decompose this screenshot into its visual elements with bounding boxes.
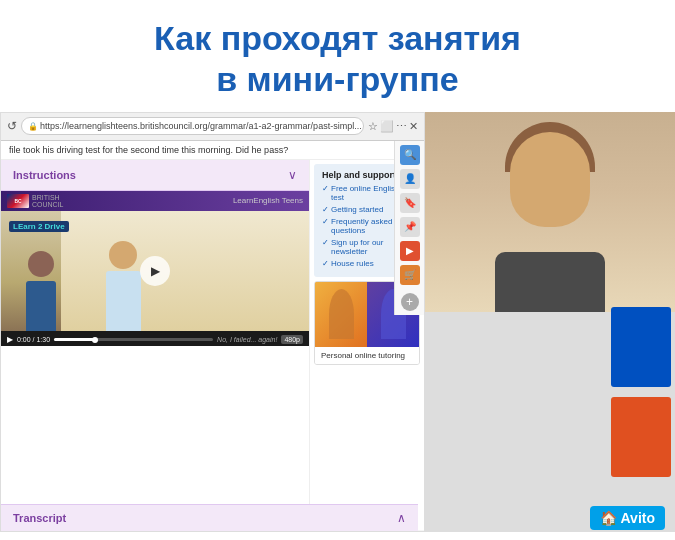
- shopping-side-icon[interactable]: 🛒: [400, 265, 420, 285]
- bookmark-side-icon[interactable]: 🔖: [400, 193, 420, 213]
- user-side-icon[interactable]: 👤: [400, 169, 420, 189]
- browser-chrome: ↺ 🔒 https://learnenglishteens.britishcou…: [1, 113, 424, 141]
- check-icon-3: ✓: [322, 217, 329, 226]
- page-main: Instructions ∨ BC BRITISHCOUNCIL LearnEn…: [1, 160, 424, 530]
- tutoring-img-left: [315, 282, 367, 347]
- video-quality[interactable]: 480p: [281, 335, 303, 344]
- refresh-button[interactable]: ↺: [7, 119, 17, 133]
- character-1: [21, 251, 61, 331]
- video-area: BC BRITISHCOUNCIL LearnEnglish Teens LEa…: [1, 191, 309, 346]
- video-header: BC BRITISHCOUNCIL LearnEnglish Teens: [1, 191, 309, 211]
- instructions-label: Instructions: [13, 169, 76, 181]
- browser-side-icons: 🔍 👤 🔖 📌 ▶ 🛒 +: [394, 141, 424, 315]
- participant-box-2: [611, 397, 671, 477]
- play-button[interactable]: ▶: [140, 256, 170, 286]
- video-progress-dot: [92, 337, 98, 343]
- character-2: [101, 241, 146, 331]
- bc-flag-icon: BC: [7, 194, 29, 208]
- tutoring-label: Personal online tutoring: [315, 347, 419, 364]
- bc-label: BRITISHCOUNCIL: [32, 194, 64, 208]
- pin-side-icon[interactable]: 📌: [400, 217, 420, 237]
- search-side-icon[interactable]: 🔍: [400, 145, 420, 165]
- webcam-face-area: [425, 112, 675, 312]
- add-extension-button[interactable]: +: [401, 293, 419, 311]
- video-controls: ▶ 0:00 / 1:30 No, I failed... again! 480…: [1, 331, 309, 346]
- char2-head: [109, 241, 137, 269]
- video-progress-fill: [54, 338, 94, 341]
- content-area: ↺ 🔒 https://learnenglishteens.britishcou…: [0, 112, 675, 532]
- video-subtitle: No, I failed... again!: [217, 336, 277, 343]
- person-silhouette-left: [329, 289, 354, 339]
- kitchen-background: [61, 211, 309, 331]
- avito-badge: 🏠 Avito: [590, 506, 665, 530]
- title-section: Как проходят занятия в мини-группе: [0, 0, 675, 112]
- lock-icon: 🔒: [28, 122, 38, 131]
- page-left: Instructions ∨ BC BRITISHCOUNCIL LearnEn…: [1, 160, 309, 530]
- browser-screenshot: ↺ 🔒 https://learnenglishteens.britishcou…: [0, 112, 425, 532]
- bookmark-icon[interactable]: ☆: [368, 120, 378, 133]
- instructions-bar[interactable]: Instructions ∨: [1, 160, 309, 191]
- person-body: [495, 252, 605, 312]
- transcript-label: Transcript: [13, 512, 66, 524]
- menu-icon[interactable]: ⋯: [396, 120, 407, 133]
- page-top-text: file took his driving test for the secon…: [1, 141, 424, 160]
- char2-body: [106, 271, 141, 331]
- person-face: [510, 132, 590, 227]
- address-bar[interactable]: 🔒 https://learnenglishteens.britishcounc…: [21, 117, 364, 135]
- video-progress-bar[interactable]: [54, 338, 213, 341]
- learn2drive-badge: LEarn 2 Drive: [9, 221, 69, 232]
- video-overlay-title: LEarn 2 Drive: [9, 215, 69, 233]
- check-icon-4: ✓: [322, 238, 329, 247]
- youtube-side-icon[interactable]: ▶: [400, 241, 420, 261]
- check-icon-1: ✓: [322, 184, 329, 193]
- transcript-bar[interactable]: Transcript ∧: [1, 504, 309, 530]
- british-council-logo: BC BRITISHCOUNCIL: [7, 194, 64, 208]
- check-icon-5: ✓: [322, 259, 329, 268]
- learn-english-teens-label: LearnEnglish Teens: [233, 196, 303, 205]
- char1-body: [26, 281, 56, 331]
- browser-actions: ☆ ⬜ ⋯ ✕: [368, 120, 418, 133]
- main-title: Как проходят занятия в мини-группе: [20, 18, 655, 100]
- close-icon[interactable]: ✕: [409, 120, 418, 133]
- participant-box-1: [611, 307, 671, 387]
- share-icon[interactable]: ⬜: [380, 120, 394, 133]
- video-scene: LEarn 2 Drive ▶: [1, 211, 309, 331]
- char1-head: [28, 251, 54, 277]
- check-icon-2: ✓: [322, 205, 329, 214]
- video-time: 0:00 / 1:30: [17, 336, 50, 343]
- chevron-down-icon: ∨: [288, 168, 297, 182]
- webcam-panel: [425, 112, 675, 532]
- main-webcam-video: [425, 112, 675, 532]
- avito-icon: 🏠: [600, 510, 620, 526]
- video-play-button[interactable]: ▶: [7, 335, 13, 344]
